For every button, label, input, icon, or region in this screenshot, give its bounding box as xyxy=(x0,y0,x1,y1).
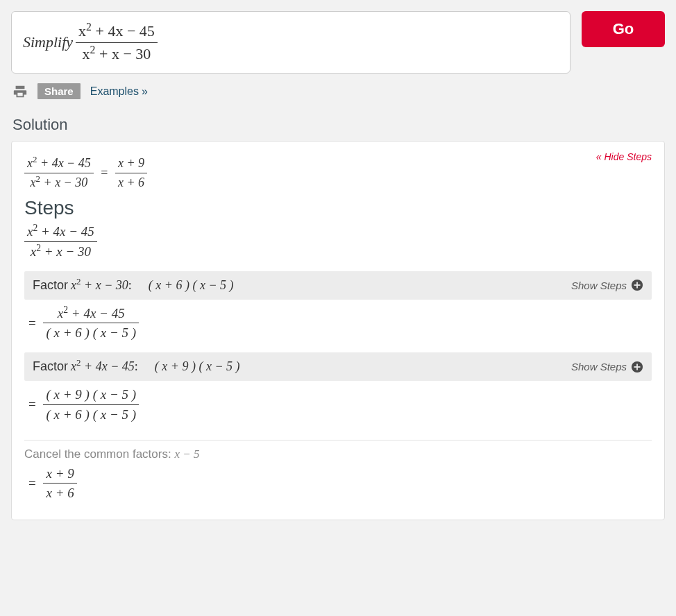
plus-circle-icon xyxy=(631,279,643,291)
cancel-common-text: Cancel the common factors: x − 5 xyxy=(24,447,652,461)
step-initial-fraction: x2 + 4x − 45 x2 + x − 30 xyxy=(24,223,652,260)
hide-steps-link[interactable]: « Hide Steps xyxy=(596,151,652,162)
input-prefix-label: Simplify xyxy=(23,33,73,51)
factor-2-label: Factor xyxy=(33,359,68,374)
final-result: = x + 9 x + 6 xyxy=(24,465,652,502)
factor-step-2: Factor x2 + 4x − 45: ( x + 9 ) ( x − 5 )… xyxy=(24,352,652,381)
query-input[interactable]: Simplify x2 + 4x − 45 x2 + x − 30 xyxy=(11,11,571,74)
solution-heading: Solution xyxy=(12,116,665,134)
examples-link[interactable]: Examples» xyxy=(90,85,148,98)
result-equation: x2 + 4x − 45 x2 + x − 30 = x + 9 x + 6 xyxy=(24,155,652,190)
plus-circle-icon xyxy=(631,361,643,373)
share-button[interactable]: Share xyxy=(37,83,81,99)
go-button[interactable]: Go xyxy=(582,11,665,47)
divider xyxy=(24,440,652,440)
factor-2-after: = ( x + 9 ) ( x − 5 ) ( x + 6 ) ( x − 5 … xyxy=(24,386,652,423)
show-steps-1[interactable]: Show Steps xyxy=(571,279,643,291)
steps-heading: Steps xyxy=(24,197,652,219)
print-icon[interactable] xyxy=(12,84,28,99)
input-expression: x2 + 4x − 45 x2 + x − 30 xyxy=(76,22,158,63)
svg-rect-2 xyxy=(634,284,641,286)
solution-card: « Hide Steps x2 + 4x − 45 x2 + x − 30 = … xyxy=(11,141,665,520)
factor-1-label: Factor xyxy=(33,278,68,293)
factor-1-after: = x2 + 4x − 45 ( x + 6 ) ( x − 5 ) xyxy=(24,305,652,342)
show-steps-2[interactable]: Show Steps xyxy=(571,361,643,373)
svg-rect-5 xyxy=(634,366,641,368)
factor-step-1: Factor x2 + x − 30: ( x + 6 ) ( x − 5 ) … xyxy=(24,271,652,300)
